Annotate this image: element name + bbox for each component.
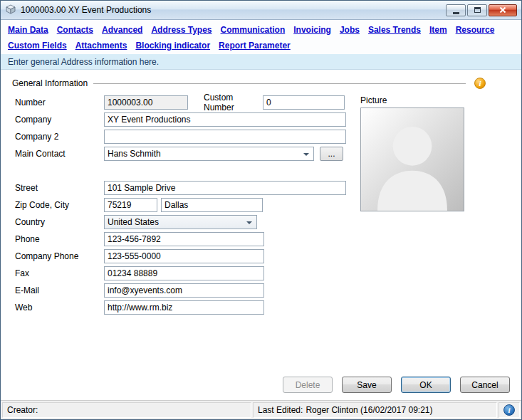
- person-silhouette-icon: [361, 108, 464, 211]
- save-button[interactable]: Save: [342, 377, 392, 393]
- minimize-button[interactable]: [446, 4, 466, 16]
- help-info-icon[interactable]: i: [474, 78, 486, 89]
- last-edited-value: Roger Clinton (16/02/2017 09:21): [306, 405, 432, 415]
- phone-label: Phone: [15, 234, 104, 244]
- maximize-button[interactable]: [467, 4, 487, 16]
- tab-communication[interactable]: Communication: [221, 25, 286, 35]
- street-field[interactable]: [104, 181, 346, 195]
- tab-sales-trends[interactable]: Sales Trends: [368, 25, 421, 35]
- tab-navigation: Main Data Contacts Advanced Address Type…: [1, 20, 521, 54]
- last-edited-status: Last Edited: Roger Clinton (16/02/2017 0…: [253, 402, 497, 418]
- tab-blocking-indicator[interactable]: Blocking indicator: [135, 41, 210, 51]
- window-controls: [446, 4, 517, 16]
- zip-city-label: Zip Code, City: [15, 200, 104, 210]
- web-label: Web: [15, 303, 104, 313]
- tab-row-2: Custom Fields Attachments Blocking indic…: [8, 38, 514, 53]
- status-bar: Creator: Last Edited: Roger Clinton (16/…: [1, 400, 521, 419]
- tab-resource[interactable]: Resource: [456, 25, 495, 35]
- main-contact-dropdown[interactable]: Hans Schmith: [104, 147, 314, 161]
- close-icon: [498, 6, 507, 14]
- fax-label: Fax: [15, 268, 104, 278]
- close-button[interactable]: [489, 4, 517, 16]
- tab-row-1: Main Data Contacts Advanced Address Type…: [8, 22, 514, 38]
- maximize-icon: [474, 7, 481, 13]
- main-contact-label: Main Contact: [15, 149, 104, 159]
- tab-item[interactable]: Item: [429, 25, 447, 35]
- phone-field[interactable]: [104, 232, 264, 246]
- number-field[interactable]: [104, 95, 188, 110]
- package-icon: [5, 4, 16, 17]
- country-label: Country: [15, 217, 104, 227]
- zip-field[interactable]: [104, 198, 157, 212]
- company-field[interactable]: [104, 112, 346, 127]
- email-row: E-Mail: [15, 283, 513, 298]
- tab-main-data[interactable]: Main Data: [8, 25, 48, 35]
- chevron-down-icon: [303, 153, 309, 156]
- tab-invoicing[interactable]: Invoicing: [293, 25, 331, 35]
- country-row: Country United States: [15, 215, 513, 229]
- company-phone-label: Company Phone: [15, 251, 104, 261]
- hint-bar: Enter general Address information here.: [1, 54, 521, 70]
- footer-buttons: Delete Save OK Cancel: [283, 377, 510, 393]
- company2-label: Company 2: [15, 132, 104, 142]
- tab-contacts[interactable]: Contacts: [57, 25, 93, 35]
- general-information-panel: General Information i Number Custom Numb…: [1, 70, 521, 400]
- creator-label: Creator:: [7, 405, 38, 415]
- section-divider: [93, 83, 466, 84]
- tab-jobs[interactable]: Jobs: [340, 25, 360, 35]
- section-title: General Information: [12, 78, 88, 88]
- creator-status: Creator:: [2, 402, 251, 418]
- tab-advanced[interactable]: Advanced: [102, 25, 142, 35]
- fax-row: Fax: [15, 266, 513, 280]
- email-label: E-Mail: [15, 285, 104, 295]
- number-label: Number: [15, 98, 104, 107]
- country-dropdown[interactable]: United States: [104, 215, 257, 229]
- picture-area: Picture: [360, 95, 464, 211]
- address-edit-window: 1000003.00 XY Event Productions Main Dat…: [0, 0, 522, 420]
- fax-field[interactable]: [104, 266, 264, 280]
- last-edited-label: Last Edited:: [258, 405, 303, 415]
- ok-button[interactable]: OK: [401, 377, 451, 393]
- section-header: General Information i: [6, 77, 513, 90]
- custom-number-field[interactable]: [263, 95, 345, 110]
- tab-custom-fields[interactable]: Custom Fields: [8, 41, 67, 51]
- chevron-down-icon: [246, 221, 252, 224]
- window-title: 1000003.00 XY Event Productions: [21, 5, 151, 15]
- street-label: Street: [15, 183, 104, 193]
- tab-address-types[interactable]: Address Types: [151, 25, 212, 35]
- status-info-cell: i: [498, 402, 520, 418]
- company-phone-row: Company Phone: [15, 249, 513, 263]
- country-value: United States: [108, 217, 159, 227]
- web-row: Web: [15, 300, 513, 315]
- city-field[interactable]: [161, 198, 263, 212]
- picture-label: Picture: [360, 95, 464, 105]
- cancel-button[interactable]: Cancel: [460, 377, 510, 393]
- minimize-icon: [453, 12, 459, 14]
- contact-picture[interactable]: [360, 107, 464, 211]
- custom-number-label: Custom Number: [204, 93, 263, 112]
- titlebar: 1000003.00 XY Event Productions: [1, 1, 521, 20]
- status-info-icon[interactable]: i: [503, 404, 515, 416]
- company-label: Company: [15, 115, 104, 125]
- phone-row: Phone: [15, 232, 513, 246]
- delete-button: Delete: [283, 377, 333, 393]
- tab-report-parameter[interactable]: Report Parameter: [219, 41, 291, 51]
- web-field[interactable]: [104, 300, 264, 315]
- main-contact-value: Hans Schmith: [108, 149, 161, 159]
- company2-field[interactable]: [104, 130, 346, 144]
- company-phone-field[interactable]: [104, 249, 264, 263]
- tab-attachments[interactable]: Attachments: [75, 41, 127, 51]
- email-field[interactable]: [104, 283, 264, 298]
- browse-contact-button[interactable]: ...: [320, 147, 343, 161]
